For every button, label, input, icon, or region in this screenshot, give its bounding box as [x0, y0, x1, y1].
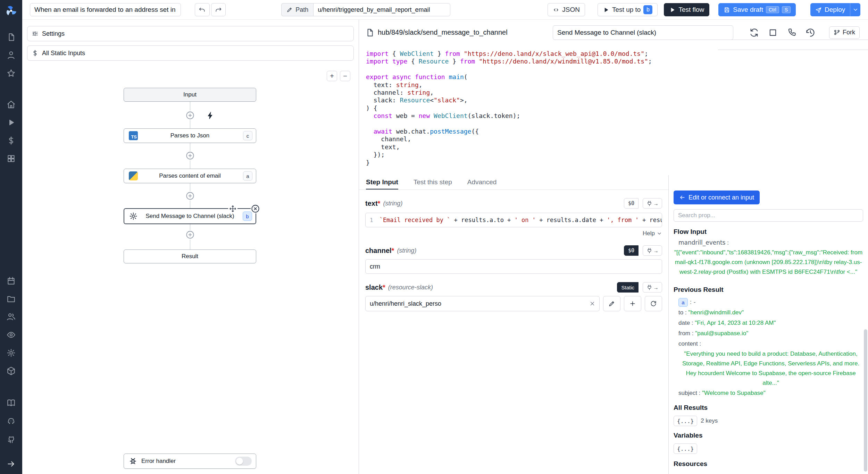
tab-test-this-step[interactable]: Test this step	[414, 175, 452, 189]
node-parses-to-json[interactable]: TS Parses to Json c	[124, 128, 256, 143]
insert-step-button[interactable]	[185, 111, 195, 120]
step-badge: b	[643, 5, 652, 14]
step-input-panel: Step InputTest this stepAdvanced text* (…	[359, 175, 669, 474]
insert-step-button[interactable]	[185, 191, 195, 201]
trigger-zap-icon[interactable]	[206, 111, 215, 120]
eye-icon[interactable]	[7, 330, 16, 339]
code-line: text,	[366, 143, 868, 151]
path-button[interactable]: Path	[281, 3, 313, 16]
json-button[interactable]: JSON	[548, 3, 585, 16]
slack-resource-input[interactable]	[365, 296, 600, 311]
users-icon[interactable]	[7, 312, 16, 321]
variables-expand-chip[interactable]: {...}	[674, 443, 697, 454]
text-expression-editor[interactable]: 1 `Email received by ` + results.a.to + …	[365, 213, 662, 227]
help-link[interactable]: Help	[365, 230, 662, 237]
channel-input[interactable]	[365, 259, 662, 274]
home-icon[interactable]	[7, 100, 16, 109]
history-icon[interactable]	[806, 28, 815, 37]
step-name-input[interactable]	[553, 25, 733, 40]
doc-icon[interactable]	[7, 33, 16, 42]
result-field-content[interactable]: content : "Everything you need to build …	[674, 339, 863, 388]
mandrill-events-value[interactable]: "[{"event":"inbound","ts":1683819426,"ms…	[674, 248, 863, 277]
node-parses-content-of-email[interactable]: Parses content of email a	[124, 169, 256, 183]
redo-button[interactable]	[211, 3, 226, 16]
user-icon[interactable]	[7, 51, 16, 60]
star-icon[interactable]	[7, 69, 16, 78]
save-draft-button[interactable]: Save draft Ctrl S	[718, 3, 796, 16]
folder-icon[interactable]	[7, 294, 16, 303]
node-send-message-selected[interactable]: Send Message to Channel (slack) b	[124, 208, 256, 224]
add-resource-button[interactable]	[624, 296, 641, 311]
kbd-ctrl: Ctrl	[766, 6, 779, 13]
edit-connect-input-button[interactable]: Edit or connect an input	[674, 191, 760, 204]
test-up-to-button[interactable]: Test up to b	[598, 3, 658, 16]
tab-step-input[interactable]: Step Input	[366, 175, 398, 189]
all-results-expand-chip[interactable]: {...}	[674, 416, 697, 426]
windmill-logo[interactable]	[5, 5, 17, 17]
slack-static-toggle[interactable]: Static	[617, 282, 639, 293]
play-icon[interactable]	[7, 118, 16, 127]
channel-connect-button[interactable]: →	[643, 245, 662, 256]
typescript-icon: TS	[129, 131, 138, 140]
static-inputs-bar[interactable]: All Static Inputs	[27, 45, 354, 61]
error-handler-toggle[interactable]	[235, 457, 252, 466]
insert-step-button[interactable]	[185, 230, 195, 239]
result-root-row[interactable]: a : -	[674, 297, 863, 307]
slack-code-toggle[interactable]: </>	[718, 40, 868, 50]
result-field-from[interactable]: from : "paul@supabase.io"	[674, 328, 863, 339]
settings-bar[interactable]: Settings	[27, 26, 354, 41]
step-id-badge: c	[243, 131, 252, 141]
gear-icon[interactable]	[7, 348, 16, 357]
error-handler-node[interactable]: Error handler	[124, 454, 256, 469]
channel-static-toggle[interactable]: $0	[624, 245, 639, 256]
box-icon[interactable]	[7, 366, 16, 375]
insert-step-button[interactable]	[185, 151, 195, 160]
sync-icon[interactable]	[749, 28, 759, 37]
hub-script-path[interactable]: hub/849/slack/send_message_to_channel	[378, 28, 508, 36]
delete-node-button[interactable]	[251, 204, 260, 213]
window-icon[interactable]	[768, 28, 778, 37]
zoom-out-button[interactable]: −	[340, 71, 350, 81]
test-flow-button[interactable]: Test flow	[664, 3, 709, 16]
undo-button[interactable]	[195, 3, 210, 16]
code-editor[interactable]: import { WebClient } from "https://deno.…	[359, 45, 868, 175]
scrollbar-thumb[interactable]	[864, 329, 867, 472]
result-field-date[interactable]: date : "Fri, Apr 14, 2023 at 10:28 AM"	[674, 318, 863, 328]
search-prop-input[interactable]	[674, 209, 863, 222]
calendar-icon[interactable]	[7, 276, 16, 285]
variables-title: Variables	[674, 432, 863, 439]
save-icon	[724, 7, 730, 13]
clear-icon[interactable]	[589, 301, 595, 307]
previous-result-title: Previous Result	[674, 286, 863, 294]
refresh-resource-button[interactable]	[645, 296, 662, 311]
tab-advanced[interactable]: Advanced	[467, 175, 497, 189]
deploy-button[interactable]: Deploy	[810, 3, 850, 16]
code-line: import { WebClient } from "https://deno.…	[366, 50, 868, 58]
zoom-in-button[interactable]: +	[327, 71, 337, 81]
node-input[interactable]: Input	[124, 88, 256, 102]
blocks-icon[interactable]	[7, 154, 16, 163]
book-icon[interactable]	[7, 398, 16, 407]
edit-resource-button[interactable]	[603, 296, 620, 311]
result-field-subject[interactable]: subject : "Welcome to Supabase"	[674, 388, 863, 398]
slack-connect-button[interactable]: →	[643, 282, 662, 293]
flow-canvas[interactable]: + − Input TS Parses to Json c Parses con…	[22, 61, 359, 474]
prop-mandrill-events[interactable]: mandrill_events :	[674, 239, 863, 246]
arrow-glyph: →	[653, 248, 659, 254]
sidebar-expand-icon[interactable]	[7, 459, 16, 468]
step-tabs: Step InputTest this stepAdvanced	[359, 175, 668, 190]
fork-button[interactable]: Fork	[829, 26, 860, 39]
result-field-to[interactable]: to : "henri@windmill.dev"	[674, 307, 863, 318]
phone-icon[interactable]	[787, 28, 796, 37]
text-static-toggle[interactable]: $0	[624, 198, 639, 209]
github-icon[interactable]	[7, 434, 16, 443]
path-input[interactable]	[313, 3, 450, 16]
dollar-icon[interactable]	[7, 136, 16, 145]
deploy-dropdown-button[interactable]	[850, 3, 860, 16]
discord-icon[interactable]	[7, 416, 16, 425]
flow-name-input[interactable]	[30, 3, 181, 16]
node-label: Send Message to Channel (slack)	[145, 213, 234, 220]
node-result[interactable]: Result	[124, 249, 256, 263]
move-node-handle[interactable]	[228, 204, 237, 213]
text-connect-button[interactable]: →	[643, 198, 662, 209]
